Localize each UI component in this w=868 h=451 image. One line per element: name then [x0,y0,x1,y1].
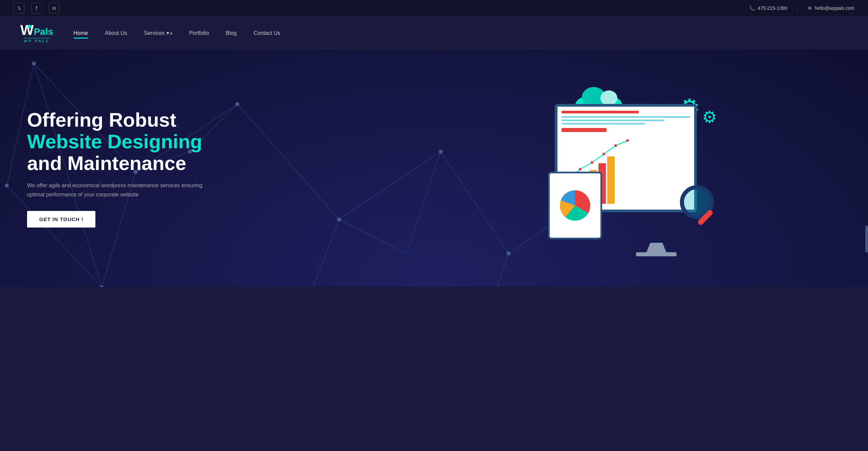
gear-icon-small: ⚙ [702,107,717,127]
topbar-divider [797,5,798,12]
hero-content: Offering Robust Website Designing and Ma… [0,89,237,248]
nav-links: Home About Us Services ▾ Portfolio Blog … [73,30,280,36]
tablet-screen [550,173,600,238]
cta-button[interactable]: GET IN TOUCH ! [27,211,95,228]
nav-item-services[interactable]: Services ▾ [144,30,172,36]
phone-contact: 📞 475-215-1390 [749,5,787,11]
hero-title-line3: and Maintenance [27,152,186,174]
logo-pals: Pals [34,26,53,37]
monitor-stand [646,243,666,253]
email-icon: ✉ [808,5,812,11]
nav-item-home[interactable]: Home [73,30,88,36]
illustration-wrapper: ⚙ ⚙ [541,87,717,250]
nav-link-services[interactable]: Services ▾ [144,30,172,36]
screen-content-lines [562,116,690,125]
logo[interactable]: W Pals WP PALS [20,23,53,43]
monitor-base [636,252,677,256]
screen-header-bar [562,111,639,113]
svg-point-41 [614,144,617,147]
logo-wp: W [20,23,34,37]
linkedin-icon[interactable]: in [49,3,60,14]
phone-number: 475-215-1390 [758,5,787,11]
nav-link-home[interactable]: Home [73,30,88,36]
hero-title-line1: Offering Robust [27,109,176,131]
nav-item-portfolio[interactable]: Portfolio [189,30,209,36]
social-links: 𝕏 f in [14,3,60,14]
svg-point-22 [32,61,36,65]
hero-section: Offering Robust Website Designing and Ma… [0,50,868,287]
topbar: 𝕏 f in 📞 475-215-1390 ✉ hello@wppals.com [0,0,868,16]
nav-link-about[interactable]: About Us [105,30,127,36]
email-contact: ✉ hello@wppals.com [808,5,854,11]
screen-line-3 [562,123,645,125]
svg-point-25 [337,217,341,221]
email-address: hello@wppals.com [815,5,854,11]
nav-item-about[interactable]: About Us [105,30,127,36]
facebook-icon[interactable]: f [31,3,42,14]
phone-icon: 📞 [749,5,755,11]
navbar: W Pals WP PALS Home About Us Services ▾ … [0,16,868,50]
hero-illustration: ⚙ ⚙ [391,50,868,287]
hero-subtitle: We offer agile and economical wordpress … [27,181,210,199]
svg-point-38 [579,168,581,171]
magnifier-illustration [670,185,714,229]
svg-point-40 [602,153,605,155]
tablet-illustration [548,172,602,239]
nav-item-contact[interactable]: Contact Us [254,30,280,36]
twitter-icon[interactable]: 𝕏 [14,3,24,14]
pie-chart [560,190,590,221]
nav-item-blog[interactable]: Blog [226,30,237,36]
nav-link-portfolio[interactable]: Portfolio [189,30,209,36]
logo-sub: WP PALS [24,38,50,43]
screen-line-1 [562,116,690,118]
screen-highlight-bar [562,128,607,132]
screen-line-2 [562,120,664,121]
logo-dot [28,25,31,28]
nav-link-blog[interactable]: Blog [226,30,237,36]
hero-title-line2: Website Designing [27,130,202,152]
svg-point-39 [591,161,593,164]
nav-link-contact[interactable]: Contact Us [254,30,280,36]
svg-point-42 [626,139,629,142]
